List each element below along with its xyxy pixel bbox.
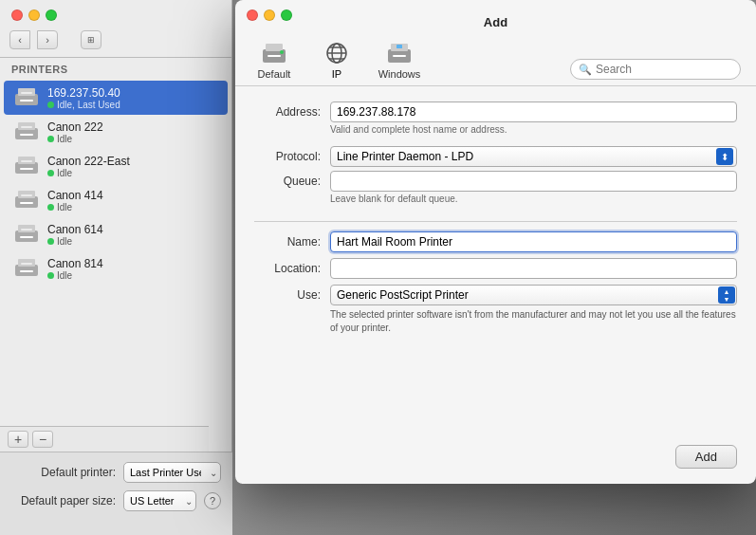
svg-point-27 [280,50,284,54]
status-indicator [47,238,54,245]
printer-icon [11,221,42,248]
svg-rect-6 [20,134,33,136]
printer-name: Canon 222-East [47,155,130,168]
svg-rect-2 [20,100,33,101]
default-printer-icon [259,40,289,66]
back-button[interactable]: ‹ [9,30,30,49]
location-control [330,258,737,279]
search-input[interactable] [596,63,732,76]
list-item[interactable]: Canon 222-East Idle [4,149,228,183]
default-printer-select[interactable]: Last Printer Used [123,462,221,483]
dialog-traffic-lights [247,9,292,21]
printer-info: Canon 222 Idle [47,120,103,144]
location-input[interactable] [330,258,737,279]
use-warning: The selected printer software isn't from… [330,308,737,335]
address-hint: Valid and complete host name or address. [330,124,737,135]
name-input[interactable] [330,231,737,252]
svg-rect-19 [21,229,32,231]
list-item[interactable]: Canon 614 Idle [4,217,228,251]
printer-status: Idle [47,236,103,247]
default-paper-row: Default paper size: US Letter ⌄ ? [11,490,221,511]
close-button[interactable] [11,9,23,21]
tab-ip[interactable]: IP [313,40,360,85]
queue-row: Queue: Leave blank for default queue. [254,171,737,212]
address-control: Valid and complete host name or address. [330,101,737,142]
ip-icon [322,40,352,66]
printers-section-title: Printers [0,58,231,81]
svg-rect-14 [20,202,33,204]
use-control: Generic PostScript Printer Select Softwa… [330,285,737,335]
grid-view-button[interactable]: ⊞ [81,30,101,49]
add-printer-button[interactable]: + [8,431,28,448]
printer-info: 169.237.50.40 Idle, Last Used [47,86,120,110]
svg-rect-18 [20,236,33,238]
printer-icon [11,119,42,145]
printer-status: Idle [47,202,103,212]
address-row: Address: Valid and complete host name or… [254,101,737,142]
list-item[interactable]: Canon 222 Idle [4,115,228,149]
location-row: Location: [254,258,737,279]
printer-icon [11,255,42,282]
list-item[interactable]: Canon 414 Idle [4,183,228,217]
printer-name: Canon 814 [47,257,103,270]
help-button[interactable]: ? [204,492,221,509]
printer-icon [11,153,42,179]
tab-default[interactable]: Default [250,40,298,85]
dialog-toolbar: Default IP [235,34,756,86]
printer-name: Canon 414 [47,189,103,202]
printer-status: Idle [47,168,130,178]
printer-info: Canon 614 Idle [47,223,103,247]
printers-window: ‹ › ⊞ Printers 169.237.50.40 Idle, Last … [0,0,232,535]
address-label: Address: [254,101,330,119]
add-button[interactable]: Add [675,445,737,469]
dialog-maximize-button[interactable] [281,9,292,21]
search-icon: 🔍 [579,64,592,76]
protocol-control: Line Printer Daemon - LPD IPP HP JetDire… [330,146,737,167]
list-item[interactable]: Canon 814 Idle [4,251,228,286]
printer-status: Idle [47,134,103,144]
address-input[interactable] [330,101,737,122]
printer-status: Idle [47,270,103,281]
tab-windows[interactable]: Windows [376,40,423,85]
use-row: Use: Generic PostScript Printer Select S… [254,285,737,335]
window-traffic-lights [0,0,231,27]
status-indicator [47,204,54,211]
nav-bar: ‹ › ⊞ [0,27,231,58]
dialog-close-button[interactable] [247,9,258,21]
default-printer-label: Default printer: [11,466,116,479]
protocol-select[interactable]: Line Printer Daemon - LPD IPP HP JetDire… [330,146,737,167]
svg-rect-25 [266,44,283,51]
default-paper-select[interactable]: US Letter [123,490,196,511]
printer-status: Idle, Last Used [47,100,120,110]
default-paper-label: Default paper size: [11,494,116,507]
add-dialog: Add Default [235,0,756,484]
dialog-minimize-button[interactable] [264,9,275,21]
search-box: 🔍 [570,59,741,80]
minimize-button[interactable] [28,9,40,21]
queue-input[interactable] [330,171,737,192]
dialog-content: Address: Valid and complete host name or… [235,86,756,437]
svg-rect-23 [21,263,32,265]
svg-rect-36 [396,45,402,48]
queue-control: Leave blank for default queue. [330,171,737,212]
default-printer-select-wrap: Last Printer Used ⌄ [123,462,221,483]
use-select-wrap: Generic PostScript Printer Select Softwa… [330,285,737,305]
use-label: Use: [254,285,330,302]
maximize-button[interactable] [46,9,57,21]
tab-ip-label: IP [332,68,341,80]
remove-printer-button[interactable]: − [32,431,53,448]
svg-rect-11 [21,160,32,162]
dialog-footer: Add [235,437,756,484]
printer-name: 169.237.50.40 [47,86,120,100]
form-separator [254,221,737,222]
tab-default-label: Default [258,68,291,80]
list-item[interactable]: 169.237.50.40 Idle, Last Used [4,81,228,115]
printer-icon [11,187,42,213]
use-select[interactable]: Generic PostScript Printer Select Softwa… [330,285,737,305]
printer-list: 169.237.50.40 Idle, Last Used Canon 222 [0,81,231,286]
forward-button[interactable]: › [37,30,58,49]
svg-rect-22 [20,270,33,272]
printer-info: Canon 222-East Idle [47,155,130,178]
name-label: Name: [254,231,330,249]
dialog-title: Add [484,15,507,29]
